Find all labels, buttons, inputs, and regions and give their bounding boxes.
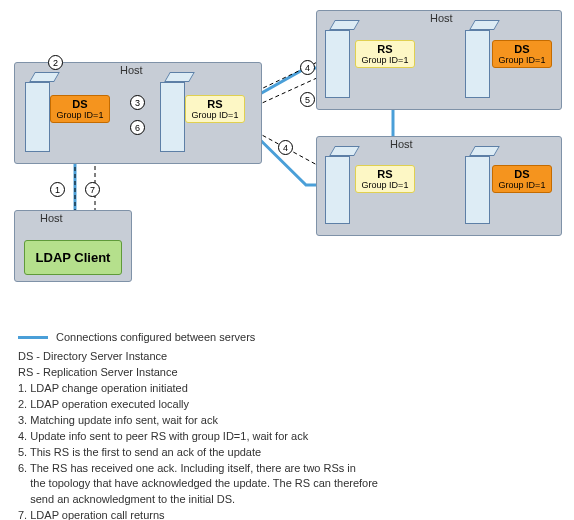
server-icon bbox=[160, 82, 185, 152]
rs-node-br: RS Group ID=1 bbox=[355, 165, 415, 193]
blue-line-icon bbox=[18, 336, 48, 339]
ds-label: DS bbox=[514, 43, 529, 55]
group-label: Group ID=1 bbox=[360, 180, 410, 190]
step-circle-4b: 4 bbox=[278, 140, 293, 155]
rs-label: RS bbox=[207, 98, 222, 110]
step-circle-3: 3 bbox=[130, 95, 145, 110]
legend-ds-def: DS - Directory Server Instance bbox=[18, 349, 378, 365]
group-label: Group ID=1 bbox=[497, 55, 547, 65]
legend-connection: Connections configured between servers bbox=[18, 330, 378, 346]
host-label-ldap: Host bbox=[40, 212, 63, 224]
server-icon bbox=[465, 30, 490, 98]
group-label: Group ID=1 bbox=[190, 110, 240, 120]
host-label-br: Host bbox=[390, 138, 413, 150]
step-circle-4: 4 bbox=[300, 60, 315, 75]
group-label: Group ID=1 bbox=[497, 180, 547, 190]
server-icon bbox=[325, 30, 350, 98]
ldap-label: LDAP Client bbox=[36, 250, 111, 265]
legend: Connections configured between servers D… bbox=[18, 330, 378, 520]
rs-node-tr: RS Group ID=1 bbox=[355, 40, 415, 68]
host-label-main: Host bbox=[120, 64, 143, 76]
server-icon bbox=[25, 82, 50, 152]
server-icon bbox=[325, 156, 350, 224]
legend-step-2: 2. LDAP operation executed locally bbox=[18, 397, 378, 413]
ldap-client-node: LDAP Client bbox=[24, 240, 122, 275]
ds-node-tr: DS Group ID=1 bbox=[492, 40, 552, 68]
ds-label: DS bbox=[72, 98, 87, 110]
step-circle-6: 6 bbox=[130, 120, 145, 135]
legend-conn-text: Connections configured between servers bbox=[56, 330, 255, 346]
ds-node-main: DS Group ID=1 bbox=[50, 95, 110, 123]
legend-step-3: 3. Matching update info sent, wait for a… bbox=[18, 413, 378, 429]
ds-node-br: DS Group ID=1 bbox=[492, 165, 552, 193]
legend-step-6c: send an acknowledgment to the initial DS… bbox=[18, 492, 378, 508]
legend-rs-def: RS - Replication Server Instance bbox=[18, 365, 378, 381]
step-circle-5: 5 bbox=[300, 92, 315, 107]
ds-label: DS bbox=[514, 168, 529, 180]
legend-step-6a: 6. The RS has received one ack. Includin… bbox=[18, 461, 378, 477]
legend-step-6b: the topology that have acknowledged the … bbox=[18, 476, 378, 492]
diagram-canvas: Host Host Host Host DS Group ID=1 RS Gro… bbox=[0, 0, 574, 310]
legend-step-1: 1. LDAP change operation initiated bbox=[18, 381, 378, 397]
rs-label: RS bbox=[377, 168, 392, 180]
step-circle-2: 2 bbox=[48, 55, 63, 70]
rs-node-main: RS Group ID=1 bbox=[185, 95, 245, 123]
group-label: Group ID=1 bbox=[55, 110, 105, 120]
step-circle-1: 1 bbox=[50, 182, 65, 197]
step-circle-7: 7 bbox=[85, 182, 100, 197]
host-label-tr: Host bbox=[430, 12, 453, 24]
server-icon bbox=[465, 156, 490, 224]
legend-step-7: 7. LDAP operation call returns bbox=[18, 508, 378, 520]
rs-label: RS bbox=[377, 43, 392, 55]
group-label: Group ID=1 bbox=[360, 55, 410, 65]
legend-step-5: 5. This RS is the first to send an ack o… bbox=[18, 445, 378, 461]
legend-step-4: 4. Update info sent to peer RS with grou… bbox=[18, 429, 378, 445]
